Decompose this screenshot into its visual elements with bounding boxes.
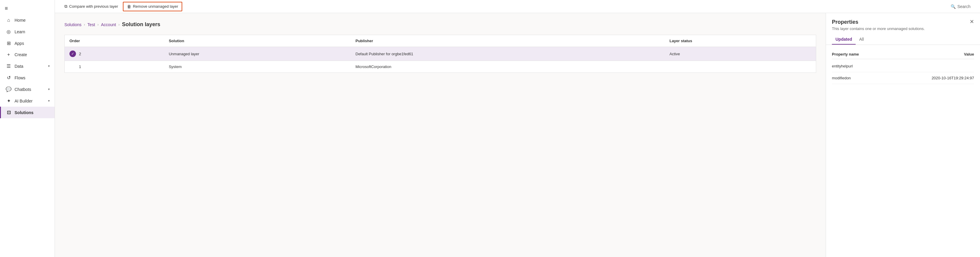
remove-button-label: Remove unmanaged layer [133, 4, 178, 9]
selected-check-icon: ✓ [70, 51, 76, 57]
sidebar-item-label: Solutions [14, 110, 33, 115]
sidebar-item-solutions[interactable]: ⊡ Solutions [0, 107, 55, 118]
sidebar-item-label: Data [14, 64, 24, 69]
learn-icon: ◎ [6, 29, 11, 35]
sidebar-item-label: Learn [14, 29, 25, 34]
panel-close-button[interactable]: ✕ [970, 19, 974, 24]
trash-icon: 🗑 [127, 4, 131, 9]
col-solution: Solution [164, 35, 351, 47]
row-publisher: Default Publisher for orgbe1fed61 [351, 47, 665, 61]
chatbots-icon: 💬 [6, 86, 11, 92]
prop-value-header: Value [964, 52, 974, 56]
panel-subtitle: This layer contains one or more unmanage… [832, 26, 925, 31]
breadcrumb-solutions[interactable]: Solutions [64, 22, 82, 27]
sidebar-item-label: Create [14, 52, 27, 57]
page: Solutions › Test › Account › Solution la… [55, 13, 826, 257]
prop-row-entityhelpurl: entityhelpurl [832, 60, 974, 72]
search-icon: 🔍 [951, 4, 956, 9]
content-area: Solutions › Test › Account › Solution la… [55, 13, 980, 257]
solution-layers-table: Order Solution Publisher Layer status ✓ … [64, 35, 816, 73]
prop-name: modifiedon [832, 76, 851, 80]
panel-title: Properties [832, 19, 925, 25]
solutions-icon: ⊡ [6, 110, 11, 115]
row-publisher: MicrosoftCorporation [351, 61, 665, 73]
main-area: ⧉ Compare with previous layer 🗑 Remove u… [55, 0, 980, 257]
compare-button-label: Compare with previous layer [69, 4, 118, 9]
prop-name: entityhelpurl [832, 64, 853, 68]
sidebar-item-learn[interactable]: ◎ Learn [0, 26, 55, 37]
sidebar-item-label: AI Builder [14, 99, 33, 104]
prop-row-modifiedon: modifiedon 2020-10-16T19:29:24:97 [832, 72, 974, 84]
create-icon: + [6, 52, 11, 57]
ai-builder-icon: ✦ [6, 98, 11, 104]
sidebar-item-data[interactable]: ☰ Data ▾ [0, 60, 55, 72]
row-layer-status: Active [665, 47, 816, 61]
tab-updated[interactable]: Updated [832, 35, 856, 45]
flows-icon: ↺ [6, 75, 11, 80]
search-label: Search [958, 4, 970, 9]
row-order: 1 [65, 61, 164, 73]
sidebar: ≡ ⌂ Home ◎ Learn ⊞ Apps + Create ☰ Data … [0, 0, 55, 257]
prop-name-header: Property name [832, 52, 859, 56]
col-layer-status: Layer status [665, 35, 816, 47]
search-area[interactable]: 🔍 Search [947, 2, 974, 11]
panel-tabs: Updated All [826, 35, 980, 45]
chevron-down-icon: ▾ [48, 64, 50, 68]
sidebar-item-label: Chatbots [14, 87, 31, 92]
apps-icon: ⊞ [6, 40, 11, 46]
col-order: Order [65, 35, 164, 47]
panel-title-area: Properties This layer contains one or mo… [832, 19, 925, 31]
chevron-down-icon: ▾ [48, 87, 50, 91]
compare-button[interactable]: ⧉ Compare with previous layer [61, 2, 122, 11]
row-order: ✓ 2 [65, 47, 164, 61]
breadcrumb: Solutions › Test › Account › Solution la… [64, 21, 816, 28]
sidebar-item-label: Flows [14, 75, 25, 80]
sidebar-item-flows[interactable]: ↺ Flows [0, 72, 55, 83]
sidebar-item-label: Home [14, 18, 25, 22]
panel-content: Property name Value entityhelpurl modifi… [826, 45, 980, 89]
compare-icon: ⧉ [64, 4, 67, 9]
order-value: 1 [79, 64, 81, 69]
prop-table-header: Property name Value [832, 49, 974, 59]
sidebar-item-apps[interactable]: ⊞ Apps [0, 37, 55, 49]
row-layer-status [665, 61, 816, 73]
row-solution: System [164, 61, 351, 73]
chevron-down-icon: ▾ [48, 99, 50, 103]
breadcrumb-test[interactable]: Test [88, 22, 95, 27]
sidebar-item-label: Apps [14, 41, 24, 46]
breadcrumb-account[interactable]: Account [101, 22, 116, 27]
table-header-row: Order Solution Publisher Layer status [65, 35, 816, 47]
col-publisher: Publisher [351, 35, 665, 47]
toolbar: ⧉ Compare with previous layer 🗑 Remove u… [55, 0, 980, 13]
sidebar-toggle[interactable]: ≡ [0, 2, 55, 14]
table-row[interactable]: 1 System MicrosoftCorporation [65, 61, 816, 73]
sidebar-item-create[interactable]: + Create [0, 49, 55, 60]
sidebar-item-ai-builder[interactable]: ✦ AI Builder ▾ [0, 95, 55, 107]
properties-panel: Properties This layer contains one or mo… [826, 13, 980, 257]
remove-unmanaged-button[interactable]: 🗑 Remove unmanaged layer [123, 2, 182, 11]
panel-header: Properties This layer contains one or mo… [826, 13, 980, 35]
breadcrumb-sep-1: › [84, 22, 85, 27]
sidebar-item-chatbots[interactable]: 💬 Chatbots ▾ [0, 83, 55, 95]
home-icon: ⌂ [6, 18, 11, 23]
sidebar-item-home[interactable]: ⌂ Home [0, 14, 55, 26]
row-solution: Unmanaged layer [164, 47, 351, 61]
table-row[interactable]: ✓ 2 Unmanaged layer Default Publisher fo… [65, 47, 816, 61]
tab-all[interactable]: All [856, 35, 867, 45]
data-icon: ☰ [6, 63, 11, 69]
page-title: Solution layers [122, 21, 160, 28]
prop-value: 2020-10-16T19:29:24:97 [932, 76, 974, 80]
breadcrumb-sep-3: › [118, 22, 119, 27]
breadcrumb-sep-2: › [97, 22, 99, 27]
order-value: 2 [79, 52, 81, 56]
